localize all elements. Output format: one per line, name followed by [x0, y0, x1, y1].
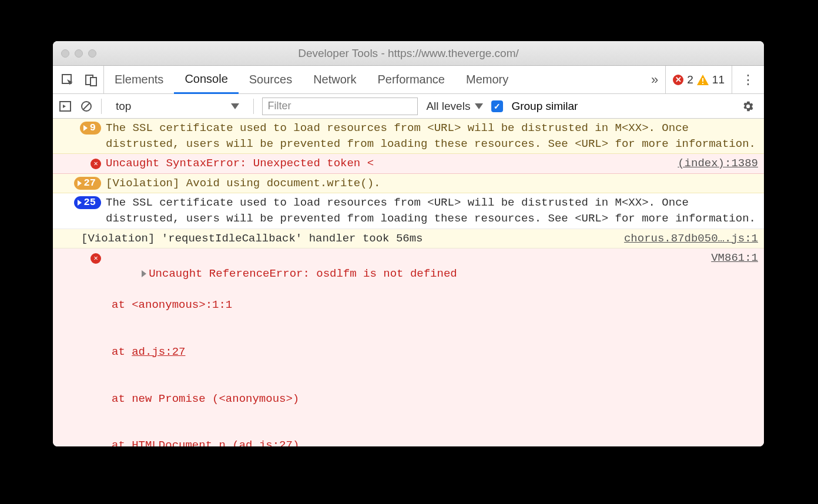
titlebar: Developer Tools - https://www.theverge.c… [53, 41, 764, 66]
svg-rect-3 [702, 78, 703, 82]
message-source-link[interactable]: (index):1389 [671, 156, 758, 172]
message-count-pill[interactable]: 27 [74, 177, 101, 190]
log-levels-select[interactable]: All levels [426, 100, 483, 113]
console-toolbar: top All levels ✓ Group similar [53, 94, 764, 119]
clear-console-icon[interactable] [80, 100, 93, 113]
expand-icon[interactable] [142, 270, 146, 277]
tab-console[interactable]: Console [174, 66, 238, 94]
error-icon: ✕ [673, 75, 683, 85]
panel-tabs: Elements Console Sources Network Perform… [104, 66, 519, 93]
tab-elements[interactable]: Elements [104, 66, 174, 93]
group-similar-label: Group similar [511, 100, 578, 113]
message-text: Uncaught ReferenceError: osdlfm is not d… [149, 267, 457, 280]
levels-label: All levels [426, 100, 470, 113]
devtools-window: Developer Tools - https://www.theverge.c… [53, 41, 764, 446]
window-controls [61, 49, 96, 58]
svg-rect-2 [90, 78, 96, 86]
tab-memory[interactable]: Memory [455, 66, 519, 93]
tab-network[interactable]: Network [303, 66, 367, 93]
console-message[interactable]: ✕ Uncaught ReferenceError: osdlfm is not… [53, 248, 764, 446]
message-text: [Violation] Avoid using document.write()… [106, 176, 758, 191]
expand-icon [78, 200, 82, 206]
execution-context-select[interactable]: top [110, 100, 245, 113]
stack-link[interactable]: ad.js:27 [239, 439, 293, 446]
device-toolbar-icon[interactable] [85, 73, 98, 86]
message-count-pill[interactable]: 25 [74, 196, 101, 209]
message-source-link[interactable]: chorus.87db050….js:1 [617, 231, 758, 247]
status-badges[interactable]: ✕ 2 11 [665, 66, 732, 93]
error-icon: ✕ [90, 159, 101, 169]
console-message[interactable]: 25 The SSL certificate used to load reso… [53, 193, 764, 229]
inspect-element-icon[interactable] [61, 73, 74, 86]
tab-sources[interactable]: Sources [239, 66, 303, 93]
close-button[interactable] [61, 49, 69, 58]
console-messages[interactable]: 9 The SSL certificate used to load resou… [53, 119, 764, 446]
context-label: top [116, 100, 131, 113]
toggle-sidebar-icon[interactable] [59, 100, 72, 113]
warning-icon [697, 75, 709, 85]
console-message[interactable]: 27 [Violation] Avoid using document.writ… [53, 174, 764, 194]
console-message[interactable]: [Violation] 'requestIdleCallback' handle… [53, 229, 764, 249]
message-text: [Violation] 'requestIdleCallback' handle… [81, 231, 617, 247]
message-count-pill[interactable]: 9 [80, 122, 101, 135]
panel-tabbar: Elements Console Sources Network Perform… [53, 66, 764, 94]
message-text: Uncaught SyntaxError: Unexpected token < [106, 156, 671, 172]
tabs-overflow-button[interactable]: » [644, 72, 665, 88]
filter-input[interactable] [262, 98, 418, 115]
error-count: 2 [687, 73, 693, 86]
expand-icon [83, 125, 88, 131]
console-message[interactable]: ✕ Uncaught SyntaxError: Unexpected token… [53, 154, 764, 174]
chevron-down-icon [475, 103, 483, 109]
stack-link[interactable]: ad.js:27 [132, 345, 185, 358]
warning-count: 11 [712, 73, 725, 86]
more-options-icon[interactable]: ⋮ [732, 66, 764, 93]
svg-rect-4 [702, 83, 703, 84]
tab-performance[interactable]: Performance [367, 66, 456, 93]
message-text: The SSL certificate used to load resourc… [106, 120, 758, 152]
chevron-down-icon [231, 103, 239, 109]
minimize-button[interactable] [75, 49, 83, 58]
expand-icon [78, 180, 82, 186]
window-title: Developer Tools - https://www.theverge.c… [53, 47, 764, 60]
message-text: The SSL certificate used to load resourc… [106, 195, 758, 226]
zoom-button[interactable] [88, 49, 96, 58]
console-settings-icon[interactable] [742, 100, 758, 113]
console-message[interactable]: 9 The SSL certificate used to load resou… [53, 119, 764, 154]
message-source-link[interactable]: VM861:1 [704, 250, 758, 266]
group-similar-checkbox[interactable]: ✓ [491, 100, 503, 112]
svg-line-7 [83, 103, 90, 110]
